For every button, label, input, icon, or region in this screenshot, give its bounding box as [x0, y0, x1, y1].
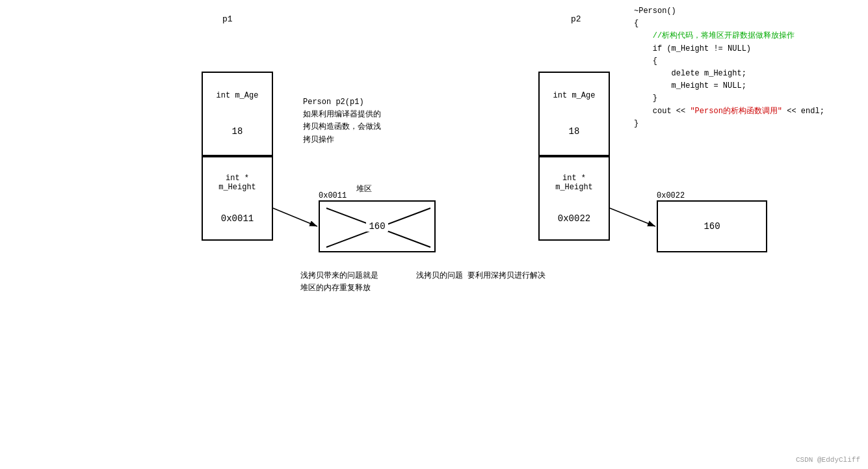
code-line-1: ~Person(): [634, 5, 824, 18]
code-line-9: cout << "Person的析构函数调用" << endl;: [634, 105, 824, 118]
code-block: ~Person() { //析构代码，将堆区开辟数据做释放操作 if (m_He…: [634, 5, 824, 130]
code-line-5: {: [634, 55, 824, 68]
label-p1: p1: [222, 14, 233, 24]
p2-age-label: int m_Age: [553, 91, 596, 100]
p1-age-value: 18: [232, 126, 243, 137]
p1-age-label: int m_Age: [217, 91, 259, 100]
p1-height-value: 0x0011: [221, 213, 254, 224]
p2-height-label: int * m_Height: [542, 174, 606, 192]
p2-height-value: 0x0022: [558, 213, 590, 224]
p2-bottom-box: int * m_Height 0x0022: [538, 156, 610, 241]
heap-area-label: 堆区: [356, 183, 372, 195]
code-line-10: }: [634, 118, 824, 130]
person-copy-annotation: Person p2(p1) 如果利用编译器提供的 拷贝构造函数，会做浅 拷贝操作: [303, 96, 414, 146]
deep-copy-info: 浅拷贝的问题 要利用深拷贝进行解决: [416, 270, 546, 282]
heap-p2-box: 160: [657, 200, 767, 252]
heap-crossed-box: 160: [319, 200, 436, 252]
p1-height-label: int * m_Height: [205, 174, 269, 192]
p1-bottom-box: int * m_Height 0x0011: [202, 156, 273, 241]
code-line-3: //析构代码，将堆区开辟数据做释放操作: [634, 30, 824, 42]
heap-crossed-value: 160: [366, 221, 388, 232]
code-line-4: if (m_Height != NULL): [634, 43, 824, 55]
shallow-copy-problem: 浅拷贝带来的问题就是 堆区的内存重复释放: [300, 270, 404, 295]
p1-top-box: int m_Age 18: [202, 72, 273, 156]
p2-age-value: 18: [569, 126, 580, 137]
code-line-7: m_Height = NULL;: [634, 80, 824, 92]
svg-line-2: [610, 208, 655, 226]
label-p2: p2: [571, 14, 581, 24]
watermark: CSDN @EddyCliff: [796, 456, 860, 464]
svg-line-1: [273, 208, 317, 226]
p2-top-box: int m_Age 18: [538, 72, 610, 156]
code-line-2: {: [634, 18, 824, 30]
code-line-8: }: [634, 92, 824, 105]
code-line-6: delete m_Height;: [634, 68, 824, 80]
heap-p2-value: 160: [704, 221, 720, 232]
